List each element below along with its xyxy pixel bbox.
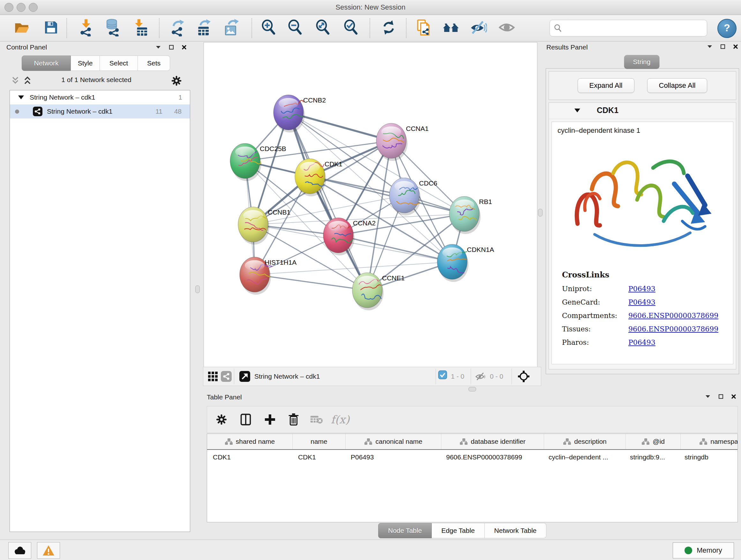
warnings-button[interactable] [37, 542, 60, 559]
open-session-button[interactable] [11, 18, 32, 38]
center-view-button[interactable] [517, 369, 531, 383]
float-window-icon[interactable] [720, 44, 726, 50]
network-node-CCNE1[interactable] [352, 273, 384, 310]
network-view-toggle-button[interactable] [219, 369, 233, 383]
selected-count-checkbox[interactable] [438, 370, 447, 379]
export-network-button[interactable] [168, 18, 188, 38]
clone-network-button[interactable] [414, 18, 434, 38]
tab-string[interactable]: String [624, 55, 660, 69]
collection-expand-icon[interactable] [18, 96, 24, 99]
network-node-CDKN1A[interactable] [437, 244, 468, 282]
cloud-status-button[interactable] [8, 542, 31, 559]
network-collection-row[interactable]: String Network – cdk1 1 [10, 90, 190, 105]
panel-menu-icon[interactable] [155, 44, 161, 50]
hide-selected-button[interactable] [468, 18, 488, 38]
import-network-database-button[interactable] [104, 18, 124, 38]
home-views-button[interactable] [441, 18, 461, 38]
crosslink-value-link[interactable]: P06493 [628, 285, 656, 293]
table-cell[interactable]: cyclin–dependent ... [543, 450, 624, 464]
network-canvas[interactable]: CCNB2CCNA1CDC25BCDK1CDC6RB1CCNB1CCNA2CDK… [204, 42, 537, 367]
crosslink-value-link[interactable]: P06493 [628, 298, 656, 306]
section-collapse-icon[interactable] [575, 109, 580, 112]
column-header-description[interactable]: description [544, 434, 626, 449]
tab-style[interactable]: Style [71, 56, 100, 71]
tab-select[interactable]: Select [100, 56, 138, 71]
cloud-icon [13, 545, 27, 556]
table-cell[interactable]: CDK1 [207, 450, 292, 464]
zoom-in-button[interactable] [259, 18, 279, 38]
crosslink-value-link[interactable]: P06493 [628, 338, 656, 347]
network-node-RB1[interactable] [449, 196, 481, 234]
table-cell[interactable]: 9606.ENSP00000378699 [441, 450, 543, 464]
delete-table-button[interactable] [309, 412, 325, 428]
network-edge-CCNB2-CCNE1[interactable] [288, 112, 367, 290]
tab-edge-table[interactable]: Edge Table [432, 523, 485, 538]
panel-menu-icon[interactable] [705, 394, 711, 399]
network-node-CDC25B[interactable] [230, 143, 261, 181]
table-cell[interactable]: stringdb:9... [624, 450, 679, 464]
tab-node-table[interactable]: Node Table [378, 523, 432, 538]
node-gloss [394, 181, 414, 192]
import-table-file-button[interactable] [130, 18, 151, 38]
tab-network-table[interactable]: Network Table [485, 523, 547, 538]
network-options-gear-icon[interactable] [171, 75, 183, 87]
right-splitter-handle[interactable] [538, 209, 542, 216]
add-column-button[interactable] [262, 412, 278, 428]
table-cell[interactable]: CDK1 [292, 450, 345, 464]
close-panel-icon[interactable] [181, 44, 187, 50]
table-options-button[interactable] [213, 412, 229, 428]
network-edge-HIST1H1A-CCNE1[interactable] [255, 274, 367, 290]
column-header-shared-name[interactable]: shared name [207, 434, 293, 449]
network-node-CCNB1[interactable] [238, 207, 269, 245]
detach-view-button[interactable] [238, 369, 252, 383]
collapse-all-button[interactable]: Collapse All [647, 78, 708, 93]
network-node-CDC6[interactable] [389, 178, 421, 215]
help-button[interactable]: ? [718, 19, 737, 38]
column-header-namespace[interactable]: namespace [681, 434, 738, 449]
table-tabs: Node Table Edge Table Network Table [378, 523, 546, 538]
close-panel-icon[interactable] [731, 394, 737, 399]
column-header-database-identifier[interactable]: database identifier [441, 434, 544, 449]
function-builder-button[interactable]: f(x) [332, 412, 348, 428]
close-panel-icon[interactable] [733, 44, 738, 50]
network-node-CCNA2[interactable] [323, 218, 354, 255]
crosslink-value-link[interactable]: 9606.ENSP00000378699 [628, 325, 718, 333]
network-edge-CDK1-RB1[interactable] [310, 176, 464, 214]
export-table-button[interactable] [194, 18, 214, 38]
tab-network[interactable]: Network [22, 56, 71, 71]
tab-sets[interactable]: Sets [138, 56, 170, 71]
column-header-canonical-name[interactable]: canonical name [346, 434, 441, 449]
panel-menu-icon[interactable] [707, 44, 713, 50]
zoom-fit-button[interactable] [313, 18, 333, 38]
float-window-icon[interactable] [169, 44, 174, 50]
delete-column-button[interactable] [286, 412, 301, 428]
network-edge-CCNA2-CDKN1A[interactable] [338, 235, 452, 262]
protein-section-header[interactable]: CDK1 [549, 103, 736, 119]
show-columns-button[interactable] [238, 412, 254, 428]
column-header--id[interactable]: @id [626, 434, 681, 449]
crosslink-value-link[interactable]: 9606.ENSP00000378699 [628, 312, 718, 320]
export-image-button[interactable] [221, 18, 242, 38]
table-cell[interactable]: P06493 [345, 450, 441, 464]
network-node-CCNB2[interactable] [273, 95, 305, 132]
zoom-selected-button[interactable] [341, 18, 361, 38]
network-node-CCNA1[interactable] [376, 123, 408, 161]
table-cell[interactable]: stringdb [679, 450, 738, 464]
column-header-name[interactable]: name [293, 434, 346, 449]
table-row[interactable]: CDK1CDK1P064939606.ENSP00000378699cyclin… [207, 450, 738, 464]
network-row-selected[interactable]: String Network – cdk1 11 48 [10, 105, 190, 118]
hidden-count-button[interactable] [473, 369, 487, 383]
show-all-button[interactable] [496, 18, 517, 38]
left-splitter-handle[interactable] [195, 286, 200, 293]
import-network-file-button[interactable] [77, 18, 97, 38]
save-session-button[interactable] [41, 18, 61, 38]
search-input[interactable] [566, 21, 704, 35]
memory-button[interactable]: Memory [673, 543, 734, 558]
zoom-out-button[interactable] [285, 18, 306, 38]
expand-all-button[interactable]: Expand All [578, 78, 634, 93]
horizontal-splitter-handle[interactable] [468, 387, 476, 391]
network-node-CDK1[interactable] [295, 159, 326, 196]
grid-view-button[interactable] [206, 369, 220, 383]
refresh-button[interactable] [379, 18, 399, 38]
float-window-icon[interactable] [718, 394, 724, 399]
